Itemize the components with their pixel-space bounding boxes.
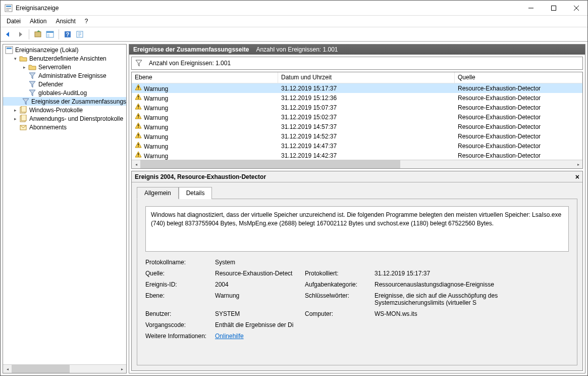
tree-app-service-logs[interactable]: ▸ Anwendungs- und Dienstprotokolle [3,114,126,123]
label-moreinfo: Weitere Informationen: [145,333,211,340]
close-icon[interactable]: × [575,173,579,181]
filter-icon[interactable] [135,59,143,67]
col-source[interactable]: Quelle [455,72,582,83]
event-fields: Protokollname: System Quelle: Resource-E… [145,259,569,340]
table-row[interactable]: Warnung31.12.2019 14:57:37Resource-Exhau… [132,122,582,131]
cell-source: Resource-Exhaustion-Detector [455,114,582,121]
tree-defender[interactable]: Defender [3,80,126,88]
collapse-icon[interactable]: ▾ [12,56,18,62]
online-help-link[interactable]: Onlinehilfe [215,333,244,340]
cell-level: Warnung [144,114,168,121]
forward-button[interactable] [15,29,26,40]
svg-rect-31 [138,127,138,127]
tree-custom-views[interactable]: ▾ Benutzerdefinierte Ansichten [3,54,126,63]
col-level[interactable]: Ebene [132,72,278,83]
label-user: Benutzer: [145,310,211,317]
app-icon [5,4,13,12]
panel-header: Ereignisse der Zusammenfassungsseite Anz… [129,44,585,55]
value-logged: 31.12.2019 15:17:37 [375,270,569,277]
maximize-button[interactable] [542,1,565,15]
cell-source: Resource-Exhaustion-Detector [455,95,582,102]
menu-action[interactable]: Aktion [26,17,50,26]
tree-root[interactable]: Ereignisanzeige (Lokal) [3,45,126,54]
scroll-right-icon[interactable]: ▸ [574,160,582,168]
tree-global-audit[interactable]: globales-AuditLog [3,88,126,97]
tree-summary-events[interactable]: Ereignisse der Zusammenfassungsseite [3,97,126,106]
label-logged: Protokolliert: [305,270,370,277]
table-row[interactable]: Warnung31.12.2019 15:07:37Resource-Exhau… [132,103,582,112]
filter-count: Anzahl von Ereignissen: 1.001 [149,60,231,67]
tree: Ereignisanzeige (Lokal) ▾ Benutzerdefini… [3,44,126,132]
titlebar: Ereignisanzeige [1,1,587,16]
tab-general[interactable]: Allgemein [137,187,179,199]
tab-details[interactable]: Details [179,187,212,199]
cell-datetime: 31.12.2019 14:52:37 [278,133,455,140]
table-row[interactable]: Warnung31.12.2019 14:47:37Resource-Exhau… [132,141,582,151]
panel-title: Ereignisse der Zusammenfassungsseite [133,46,249,53]
cell-level: Warnung [144,85,168,92]
svg-rect-1 [6,6,11,7]
menu-help[interactable]: ? [81,17,92,26]
cell-datetime: 31.12.2019 14:57:37 [278,123,455,130]
cell-source: Resource-Exhaustion-Detector [455,85,582,92]
tree-label: Ereignisse der Zusammenfassungsseite [31,98,127,105]
minimize-button[interactable] [519,1,542,15]
scroll-thumb[interactable] [140,160,400,168]
tree-label: Abonnements [29,124,67,131]
filter-icon [28,72,36,80]
help-button[interactable]: ? [62,29,73,40]
expand-icon[interactable]: ▸ [12,107,18,113]
cell-datetime: 31.12.2019 15:02:37 [278,114,455,121]
cell-datetime: 31.12.2019 14:47:37 [278,143,455,150]
cell-level: Warnung [144,95,168,102]
scroll-left-icon[interactable]: ◂ [132,160,140,168]
col-datetime[interactable]: Datum und Uhrzeit [278,72,455,83]
svg-rect-28 [138,115,138,117]
toolbar: ? [1,27,587,41]
scroll-left-icon[interactable]: ◂ [3,365,12,373]
cell-datetime: 31.12.2019 14:42:37 [278,152,455,159]
tree-server-roles[interactable]: ▸ Serverrollen [3,63,126,71]
menu-file[interactable]: Datei [3,17,25,26]
table-row[interactable]: Warnung31.12.2019 15:02:37Resource-Exhau… [132,112,582,122]
svg-rect-32 [138,134,138,136]
back-button[interactable] [3,29,14,40]
table-row[interactable]: Warnung31.12.2019 14:52:37Resource-Exhau… [132,131,582,141]
tree-subscriptions[interactable]: Abonnements [3,123,126,131]
expand-icon[interactable]: ▸ [12,116,18,122]
value-taskcat: Ressourcenauslastungsdiagnose-Ereignisse [375,281,569,288]
svg-rect-27 [138,108,138,108]
scroll-right-icon[interactable]: ▸ [118,365,126,373]
panel-count: Anzahl von Ereignissen: 1.001 [256,46,338,53]
properties-button[interactable] [44,29,56,40]
table-row[interactable]: Warnung31.12.2019 15:17:37Resource-Exhau… [132,83,582,93]
value-logname: System [215,259,301,266]
value-computer: WS-MON.ws.its [375,310,569,317]
show-hide-tree-button[interactable] [32,29,43,40]
tree-admin-events[interactable]: Administrative Ereignisse [3,71,126,80]
tree-windows-logs[interactable]: ▸ Windows-Protokolle [3,106,126,114]
expand-icon[interactable]: ▸ [21,64,27,70]
svg-rect-8 [35,32,41,37]
logs-icon [19,115,27,123]
table-row[interactable]: Warnung31.12.2019 15:12:36Resource-Exhau… [132,93,582,103]
label-opcode: Vorgangscode: [145,321,211,328]
svg-rect-23 [138,88,138,89]
detail-title: Ereignis 2004, Resource-Exhaustion-Detec… [135,173,266,180]
menu-view[interactable]: Ansicht [51,17,79,26]
table-row[interactable]: Warnung31.12.2019 14:42:37Resource-Exhau… [132,151,582,160]
list-body[interactable]: Warnung31.12.2019 15:17:37Resource-Exhau… [132,83,582,160]
close-button[interactable] [565,1,587,15]
app-window: Ereignisanzeige Datei Aktion Ansicht ? ?… [0,0,588,376]
sidebar: Ereignisanzeige (Lokal) ▾ Benutzerdefini… [3,44,127,373]
list-scrollbar[interactable]: ◂ ▸ [132,160,582,168]
refresh-button[interactable] [74,29,85,40]
sidebar-scrollbar[interactable]: ◂ ▸ [3,364,126,373]
cell-level: Warnung [144,124,168,131]
scroll-thumb[interactable] [12,365,70,373]
svg-rect-37 [138,156,138,156]
svg-rect-2 [6,8,11,9]
cell-level: Warnung [144,143,168,150]
svg-rect-22 [138,86,138,88]
svg-rect-11 [47,34,49,37]
